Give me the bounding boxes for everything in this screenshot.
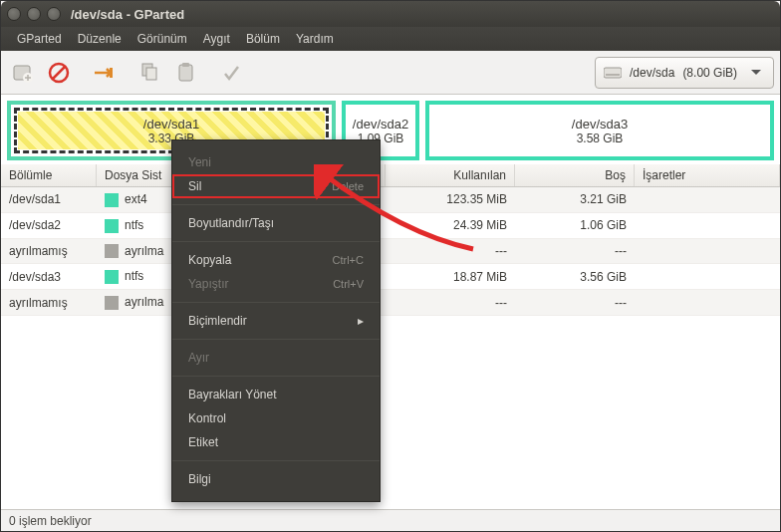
- col-used[interactable]: Kullanılan: [386, 164, 515, 186]
- table-row[interactable]: ayrılmamışayrılma------: [1, 239, 780, 265]
- toolbar: /dev/sda (8.00 GiB): [1, 51, 780, 95]
- maximize-icon[interactable]: [47, 7, 61, 21]
- partition-map: /dev/sda1 3.33 GiB /dev/sda2 1.09 GiB /d…: [1, 95, 780, 164]
- cell-free: 3.56 GiB: [515, 265, 635, 289]
- menubar: GParted Düzenle Görünüm Aygıt Bölüm Yard…: [1, 27, 780, 51]
- cell-used: 123.35 MiB: [386, 187, 515, 211]
- menu-view[interactable]: Görünüm: [130, 29, 195, 49]
- cell-flags: [635, 194, 780, 204]
- ctx-paste: YapıştırCtrl+V: [172, 272, 380, 296]
- ctx-check[interactable]: Kontrol: [172, 406, 380, 430]
- partition-size: 3.58 GiB: [577, 132, 624, 145]
- ctx-copy[interactable]: KopyalaCtrl+C: [172, 248, 380, 272]
- partition-name: /dev/sda2: [353, 117, 408, 132]
- col-flags[interactable]: İşaretler: [635, 164, 780, 186]
- cell-free: 3.21 GiB: [515, 187, 635, 211]
- menu-edit[interactable]: Düzenle: [70, 29, 130, 49]
- cell-partition: ayrılmamış: [1, 291, 97, 315]
- ctx-info[interactable]: Bilgi: [172, 467, 380, 491]
- window-title: /dev/sda - GParted: [71, 7, 184, 22]
- paste-button[interactable]: [170, 57, 202, 89]
- fs-color-swatch: [105, 270, 119, 284]
- ctx-delete[interactable]: SilDelete: [172, 174, 380, 198]
- cell-used: ---: [386, 239, 515, 263]
- table-row[interactable]: ayrılmamışayrılma------: [1, 290, 780, 316]
- ctx-resize-move[interactable]: Boyutlandır/Taşı: [172, 211, 380, 235]
- table-header: Bölümle Dosya Sist Kullanılan Boş İşaret…: [1, 164, 780, 187]
- ctx-manage-flags[interactable]: Bayrakları Yönet: [172, 383, 380, 406]
- cell-flags: [635, 272, 780, 282]
- svg-rect-10: [606, 74, 620, 76]
- fs-color-swatch: [105, 296, 119, 310]
- ctx-unmount: Ayır: [172, 346, 380, 370]
- cell-flags: [635, 246, 780, 256]
- menu-device[interactable]: Aygıt: [195, 29, 238, 49]
- menu-help[interactable]: Yardım: [288, 29, 342, 49]
- col-free[interactable]: Boş: [515, 164, 635, 186]
- fs-color-swatch: [105, 244, 119, 258]
- ctx-new: Yeni: [172, 150, 380, 174]
- cell-partition: ayrılmamış: [1, 239, 97, 263]
- cell-partition: /dev/sda3: [1, 265, 97, 289]
- cell-partition: /dev/sda1: [1, 187, 97, 211]
- cell-free: ---: [515, 239, 635, 263]
- svg-rect-7: [179, 65, 192, 81]
- context-menu: Yeni SilDelete Boyutlandır/Taşı KopyalaC…: [171, 139, 381, 502]
- status-text: 0 işlem bekliyor: [9, 514, 92, 528]
- cell-free: 1.06 GiB: [515, 213, 635, 237]
- cell-partition: /dev/sda2: [1, 213, 97, 237]
- apply-button[interactable]: [216, 57, 248, 89]
- menu-gparted[interactable]: GParted: [9, 29, 70, 49]
- harddisk-icon: [604, 66, 622, 80]
- cell-used: 18.87 MiB: [386, 265, 515, 289]
- svg-rect-8: [182, 63, 189, 67]
- new-partition-button[interactable]: [7, 57, 39, 89]
- ctx-format[interactable]: Biçimlendir▸: [172, 309, 380, 333]
- table-row[interactable]: /dev/sda3ntfs18.87 MiB3.56 GiB: [1, 264, 780, 290]
- minimize-icon[interactable]: [27, 7, 41, 21]
- fs-color-swatch: [105, 219, 119, 233]
- svg-rect-6: [146, 68, 156, 80]
- close-icon[interactable]: [7, 7, 21, 21]
- copy-button[interactable]: [134, 57, 166, 89]
- device-name: /dev/sda: [630, 66, 674, 80]
- table-row[interactable]: /dev/sda2ntfs24.39 MiB1.06 GiB: [1, 213, 780, 239]
- submenu-arrow-icon: ▸: [358, 314, 364, 328]
- svg-rect-9: [604, 68, 622, 78]
- cell-flags: [635, 298, 780, 308]
- cell-used: ---: [386, 291, 515, 315]
- device-selector[interactable]: /dev/sda (8.00 GiB): [595, 57, 774, 89]
- chevron-down-icon: [751, 70, 761, 76]
- titlebar: /dev/sda - GParted: [1, 1, 780, 27]
- col-partition[interactable]: Bölümle: [1, 164, 97, 186]
- fs-color-swatch: [105, 193, 119, 207]
- table-row[interactable]: /dev/sda1ext4123.35 MiB3.21 GiB: [1, 187, 780, 213]
- delete-partition-button[interactable]: [43, 57, 75, 89]
- menu-partition[interactable]: Bölüm: [238, 29, 288, 49]
- cell-used: 24.39 MiB: [386, 213, 515, 237]
- partition-name: /dev/sda1: [143, 117, 199, 132]
- svg-line-3: [53, 67, 65, 79]
- partition-name: /dev/sda3: [572, 117, 628, 132]
- cell-free: ---: [515, 291, 635, 315]
- resize-move-button[interactable]: [89, 57, 121, 89]
- partition-table: Bölümle Dosya Sist Kullanılan Boş İşaret…: [1, 164, 780, 509]
- device-size: (8.00 GiB): [682, 66, 737, 80]
- ctx-label[interactable]: Etiket: [172, 430, 380, 454]
- statusbar: 0 işlem bekliyor: [1, 509, 780, 531]
- svg-rect-4: [110, 68, 113, 78]
- cell-flags: [635, 220, 780, 230]
- partition-box-sda3[interactable]: /dev/sda3 3.58 GiB: [425, 101, 774, 160]
